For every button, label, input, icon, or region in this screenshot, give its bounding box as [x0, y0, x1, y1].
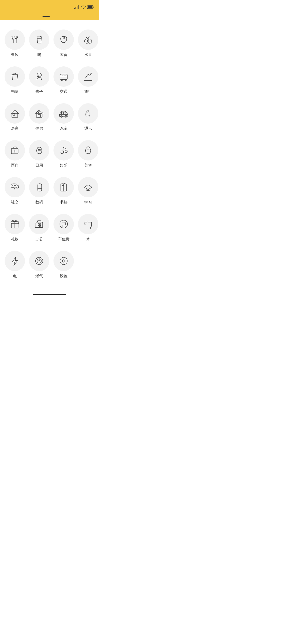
telecom-label: 通讯 — [84, 126, 92, 131]
digital-icon-circle — [29, 177, 49, 197]
home-label: 居家 — [11, 126, 19, 131]
home-indicator — [0, 291, 99, 297]
svg-rect-21 — [13, 113, 15, 115]
category-item-telecom[interactable]: 通讯 — [76, 99, 99, 136]
header — [0, 13, 99, 20]
category-item-fruit[interactable]: 水果 — [76, 25, 99, 62]
svg-rect-6 — [88, 6, 92, 8]
category-item-gas[interactable]: 燃气 — [27, 247, 51, 284]
beauty-label: 美容 — [84, 163, 92, 168]
category-item-social[interactable]: 社交 — [3, 173, 27, 210]
daily-label: 日用 — [35, 163, 43, 168]
gift-label: 礼物 — [11, 237, 19, 242]
parking-icon-circle — [53, 214, 74, 234]
svg-rect-57 — [38, 226, 39, 228]
housing-icon-circle — [29, 103, 49, 124]
svg-point-59 — [60, 220, 68, 228]
medical-label: 医疗 — [11, 163, 19, 168]
category-item-housing[interactable]: 住房 — [27, 99, 51, 136]
category-item-travel[interactable]: 旅行 — [76, 62, 99, 99]
category-item-study[interactable]: 学习 — [76, 173, 99, 210]
electric-label: 电 — [13, 274, 17, 279]
child-icon-circle — [29, 66, 49, 87]
category-item-daily[interactable]: 日用 — [27, 136, 51, 173]
shopping-label: 购物 — [11, 89, 19, 94]
svg-point-71 — [60, 257, 67, 265]
water-label: 水 — [86, 237, 90, 242]
category-item-beauty[interactable]: 美容 — [76, 136, 99, 173]
category-item-snack[interactable]: 零食 — [51, 25, 76, 62]
svg-point-68 — [36, 257, 43, 265]
svg-rect-2 — [77, 6, 77, 9]
svg-rect-3 — [78, 5, 79, 9]
transport-label: 交通 — [60, 89, 67, 94]
daily-icon-circle — [29, 140, 49, 160]
study-label: 学习 — [84, 200, 92, 205]
settings-label: 设置 — [60, 274, 67, 279]
social-icon-circle — [5, 177, 25, 197]
svg-rect-0 — [74, 8, 75, 9]
tab-group — [46, 15, 53, 16]
category-item-child[interactable]: 孩子 — [27, 62, 51, 99]
travel-icon-circle — [78, 66, 98, 87]
category-item-shopping[interactable]: 购物 — [3, 62, 27, 99]
category-item-dining[interactable]: 餐饮 — [3, 25, 27, 62]
parking-label: 车位费 — [58, 237, 70, 242]
settings-icon-circle — [53, 251, 74, 271]
digital-label: 数码 — [35, 200, 43, 205]
svg-point-13 — [38, 75, 39, 76]
category-item-digital[interactable]: 数码 — [27, 173, 51, 210]
svg-rect-28 — [61, 112, 63, 114]
study-icon-circle — [78, 177, 98, 197]
snack-icon-circle — [53, 30, 74, 50]
dining-label: 餐饮 — [11, 52, 19, 57]
battery-icon — [87, 5, 94, 9]
telecom-icon-circle — [78, 103, 98, 124]
status-icons — [74, 5, 94, 9]
book-label: 书籍 — [60, 200, 67, 205]
category-item-entertain[interactable]: 娱乐 — [51, 136, 76, 173]
transport-icon-circle — [53, 66, 74, 87]
svg-rect-58 — [39, 226, 41, 228]
category-item-parking[interactable]: 车位费 — [51, 210, 76, 247]
fruit-label: 水果 — [84, 52, 92, 57]
svg-rect-29 — [64, 112, 66, 114]
gift-icon-circle — [5, 214, 25, 234]
category-item-transport[interactable]: 交通 — [51, 62, 76, 99]
signal-icon — [74, 5, 79, 9]
svg-rect-55 — [38, 224, 39, 225]
category-item-drink[interactable]: 喝 — [27, 25, 51, 62]
svg-point-67 — [90, 228, 91, 229]
svg-rect-56 — [39, 224, 41, 225]
svg-rect-1 — [76, 7, 76, 9]
category-item-office[interactable]: 办公 — [27, 210, 51, 247]
svg-rect-15 — [60, 74, 67, 79]
medical-icon-circle — [5, 140, 25, 160]
water-icon-circle — [78, 214, 98, 234]
category-item-settings[interactable]: 设置 — [51, 247, 76, 284]
svg-point-43 — [12, 185, 13, 186]
svg-point-45 — [15, 185, 16, 186]
office-label: 办公 — [35, 237, 43, 242]
svg-point-14 — [40, 75, 40, 76]
category-item-home[interactable]: 居家 — [3, 99, 27, 136]
category-item-electric[interactable]: 电 — [3, 247, 27, 284]
housing-label: 住房 — [35, 126, 43, 131]
entertain-icon-circle — [53, 140, 74, 160]
dining-icon-circle — [5, 30, 25, 50]
wifi-icon — [81, 5, 86, 9]
category-item-water[interactable]: 水 — [76, 210, 99, 247]
svg-point-72 — [62, 260, 65, 262]
svg-point-35 — [37, 147, 41, 150]
status-bar — [0, 0, 99, 13]
category-item-book[interactable]: 书籍 — [51, 173, 76, 210]
category-grid: 餐饮 喝 零食 水果 购物 孩子 交通 旅行 居家 — [0, 20, 99, 291]
drink-label: 喝 — [37, 52, 41, 57]
category-item-medical[interactable]: 医疗 — [3, 136, 27, 173]
svg-point-44 — [14, 185, 15, 186]
gas-icon-circle — [29, 251, 49, 271]
car-icon-circle — [53, 103, 74, 124]
category-item-car[interactable]: 汽车 — [51, 99, 76, 136]
category-item-gift[interactable]: 礼物 — [3, 210, 27, 247]
svg-rect-23 — [36, 113, 42, 117]
